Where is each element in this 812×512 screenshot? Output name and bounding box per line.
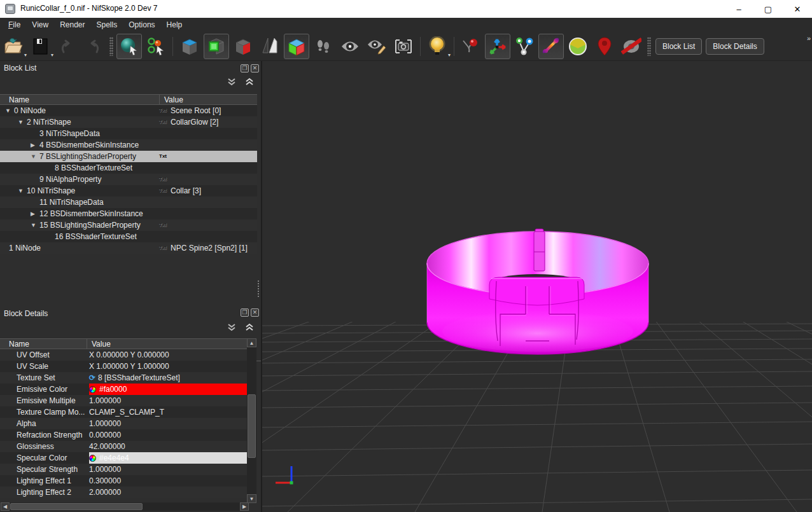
tree-row[interactable]: 11 NiTriShapeData bbox=[0, 197, 257, 208]
textures-button[interactable] bbox=[284, 34, 309, 59]
tree-row[interactable]: ▼0 NiNodeTxtScene Root [0] bbox=[0, 105, 257, 116]
collapse-all-icon[interactable] bbox=[227, 78, 237, 86]
block-list-toggle-button[interactable]: Block List bbox=[655, 38, 702, 55]
select-vertex-button[interactable] bbox=[143, 34, 169, 59]
draw-wireframe-button[interactable] bbox=[204, 34, 229, 59]
tree-row[interactable]: ▼2 NiTriShapeTxtCollarGlow [2] bbox=[0, 116, 257, 128]
select-object-button[interactable] bbox=[116, 34, 142, 59]
close-panel-icon[interactable]: ✕ bbox=[251, 308, 259, 317]
maximize-button[interactable]: ▢ bbox=[753, 0, 783, 18]
location-pin-button[interactable] bbox=[592, 34, 617, 59]
detail-row[interactable]: Glossiness42.000000 bbox=[0, 441, 247, 452]
detail-row-specular-color[interactable]: Specular Color#e4e4e4 bbox=[0, 452, 247, 464]
sphere-cursor-icon bbox=[120, 37, 139, 56]
toolbar-grip[interactable] bbox=[647, 37, 651, 56]
dropdown-arrow-icon[interactable]: ▾ bbox=[51, 52, 53, 58]
menu-help[interactable]: Help bbox=[161, 18, 188, 31]
draw-top-button[interactable] bbox=[177, 34, 202, 59]
collapse-all-icon[interactable] bbox=[227, 323, 237, 332]
dropdown-arrow-icon[interactable]: ▾ bbox=[24, 52, 27, 58]
detail-row[interactable]: Refraction Strength0.000000 bbox=[0, 429, 247, 441]
menu-file[interactable]: File bbox=[3, 18, 26, 31]
menu-options[interactable]: Options bbox=[123, 18, 160, 31]
block-details-toggle-button[interactable]: Block Details bbox=[706, 38, 764, 55]
tree-row-selected[interactable]: ▼7 BSLightingShaderPropertyTxt bbox=[0, 151, 257, 162]
draw-solid-button[interactable] bbox=[230, 34, 256, 59]
open-file-button[interactable]: ▾ bbox=[1, 34, 26, 59]
tree-row[interactable]: 9 NiAlphaPropertyTxt bbox=[0, 174, 257, 185]
tree-row[interactable]: 16 BSShaderTextureSet bbox=[0, 231, 257, 242]
column-name[interactable]: Name bbox=[9, 95, 29, 104]
hide-markers-button[interactable] bbox=[619, 34, 644, 59]
screenshot-button[interactable] bbox=[391, 34, 416, 59]
detail-row[interactable]: Texture Clamp Mo...CLAMP_S_CLAMP_T bbox=[0, 406, 247, 418]
expander-icon[interactable]: ▼ bbox=[31, 151, 36, 162]
menu-view[interactable]: View bbox=[26, 18, 54, 31]
column-value[interactable]: Value bbox=[92, 340, 111, 349]
bones-nodes-icon bbox=[514, 36, 535, 57]
tree-row[interactable]: ▼10 NiTriShapeTxtCollar [3] bbox=[0, 185, 257, 197]
edit-markers-button[interactable] bbox=[364, 34, 389, 59]
txt-icon: Txt bbox=[159, 116, 167, 128]
expand-all-icon[interactable] bbox=[244, 78, 255, 86]
angle-lod-button[interactable] bbox=[565, 34, 591, 59]
tree-row[interactable]: 8 BSShaderTextureSet bbox=[0, 162, 257, 174]
expander-icon[interactable]: ▼ bbox=[18, 116, 24, 128]
column-value[interactable]: Value bbox=[164, 95, 183, 104]
menu-spells[interactable]: Spells bbox=[91, 18, 123, 31]
viewport-3d[interactable] bbox=[262, 61, 812, 512]
close-panel-icon[interactable]: ✕ bbox=[251, 64, 259, 73]
close-button[interactable]: ✕ bbox=[783, 0, 812, 18]
show-nodes-button[interactable] bbox=[512, 34, 537, 59]
expander-icon[interactable]: ▼ bbox=[31, 219, 36, 231]
scroll-up-button[interactable]: ▲ bbox=[247, 338, 256, 347]
expander-icon[interactable]: ▼ bbox=[18, 185, 24, 197]
menu-render[interactable]: Render bbox=[54, 18, 90, 31]
detail-row[interactable]: Lighting Effect 22.000000 bbox=[0, 487, 247, 498]
toolbar-overflow-icon[interactable]: » bbox=[807, 34, 809, 42]
show-hidden-button[interactable] bbox=[337, 34, 363, 59]
double-sided-button[interactable] bbox=[257, 34, 283, 59]
tree-row[interactable]: 1 NiNodeTxtNPC Spine2 [Spn2] [1] bbox=[0, 242, 257, 254]
detail-row-emissive-color[interactable]: Emissive Color#fa0000 bbox=[0, 384, 247, 395]
detail-row[interactable]: Emissive Multiple1.000000 bbox=[0, 395, 247, 406]
lighting-button[interactable]: ▾ bbox=[424, 34, 450, 59]
save-file-button[interactable]: ▾ bbox=[27, 34, 53, 59]
walk-mode-button[interactable] bbox=[311, 34, 336, 59]
tree-row[interactable]: ▶12 BSDismemberSkinInstance bbox=[0, 208, 257, 219]
txt-icon: Txt bbox=[159, 151, 167, 162]
bone-weights-button[interactable] bbox=[538, 34, 564, 59]
detail-row[interactable]: UV ScaleX 1.000000 Y 1.000000 bbox=[0, 361, 247, 372]
camera-icon bbox=[393, 36, 414, 57]
detail-row[interactable]: Texture Set⟳8 [BSShaderTextureSet] bbox=[0, 372, 247, 384]
tree-row[interactable]: ▶4 BSDismemberSkinInstance bbox=[0, 139, 257, 151]
toolbar-grip[interactable] bbox=[109, 37, 113, 56]
scrollbar-thumb[interactable] bbox=[10, 503, 143, 510]
scrollbar-thumb[interactable] bbox=[248, 394, 256, 458]
scroll-left-button[interactable]: ◀ bbox=[1, 502, 10, 511]
column-name[interactable]: Name bbox=[9, 340, 29, 349]
minimize-button[interactable]: – bbox=[724, 0, 753, 18]
detail-row[interactable]: UV OffsetX 0.000000 Y 0.000000 bbox=[0, 349, 247, 361]
float-panel-icon[interactable]: ❐ bbox=[241, 64, 249, 73]
expander-icon[interactable]: ▼ bbox=[5, 105, 11, 116]
redo-button[interactable] bbox=[81, 34, 106, 59]
vertex-color-button[interactable] bbox=[458, 34, 484, 59]
scroll-right-button[interactable]: ▶ bbox=[240, 502, 249, 511]
float-panel-icon[interactable]: ❐ bbox=[241, 308, 249, 317]
detail-row[interactable]: Alpha1.000000 bbox=[0, 418, 247, 429]
show-axes-button[interactable] bbox=[485, 34, 510, 59]
undo-button[interactable] bbox=[54, 34, 80, 59]
dropdown-arrow-icon[interactable]: ▾ bbox=[448, 52, 451, 58]
link-icon: ⟳ bbox=[89, 372, 95, 384]
detail-row[interactable]: Lighting Effect 10.300000 bbox=[0, 475, 247, 487]
expand-all-icon[interactable] bbox=[244, 323, 255, 332]
expander-icon[interactable]: ▶ bbox=[31, 139, 35, 151]
detail-row[interactable]: Specular Strength1.000000 bbox=[0, 464, 247, 475]
collar-model[interactable] bbox=[427, 229, 648, 354]
scroll-down-button[interactable]: ▼ bbox=[247, 494, 256, 503]
tree-row[interactable]: 3 NiTriShapeData bbox=[0, 128, 257, 139]
expander-icon[interactable]: ▶ bbox=[31, 208, 35, 219]
tree-row[interactable]: ▼15 BSLightingShaderPropertyTxt bbox=[0, 219, 257, 231]
dock-splitter-grip[interactable] bbox=[257, 280, 260, 298]
